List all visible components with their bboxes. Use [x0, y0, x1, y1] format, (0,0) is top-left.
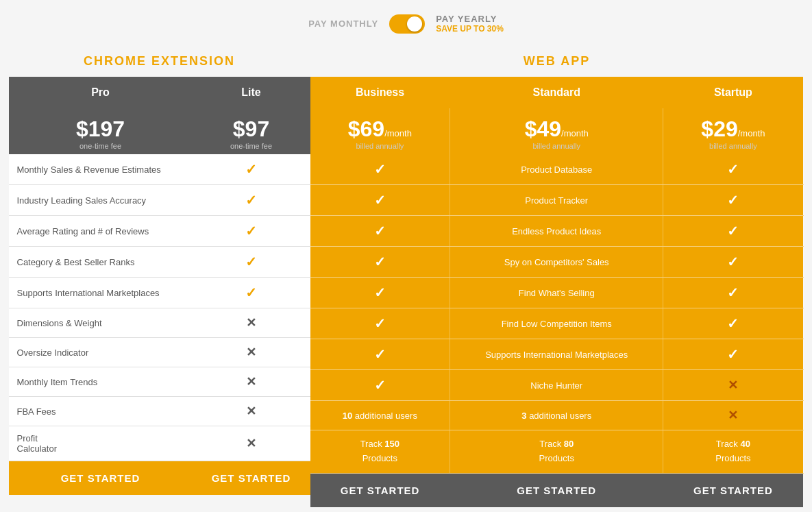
- feature-value: ✓: [193, 185, 310, 216]
- feature-check: ✓: [310, 278, 450, 308]
- table-row: Category & Best Seller Ranks ✓: [9, 247, 310, 278]
- feature-value: ✓: [193, 216, 310, 247]
- feature-check: ✓: [310, 308, 450, 339]
- startup-track: Track 40Products: [663, 430, 803, 474]
- business-users: 10 additional users: [310, 401, 450, 430]
- feature-check: ✓: [663, 185, 803, 216]
- toggle-thumb: [407, 16, 422, 32]
- standard-get-started-button[interactable]: GET STARTED: [450, 474, 663, 507]
- startup-users: ✕: [663, 401, 803, 430]
- feature-check: ✓: [663, 216, 803, 247]
- business-btn-cell: GET STARTED: [310, 473, 450, 507]
- feature-check: ✓: [663, 308, 803, 339]
- feature-check: ✓: [310, 339, 450, 370]
- webapp-business-header: Business: [310, 77, 450, 108]
- feature-label: ProfitCalculator: [9, 426, 193, 461]
- webapp-standard-price-cell: $49/month billed annually: [450, 108, 663, 154]
- table-row: Monthly Sales & Revenue Estimates ✓: [9, 154, 310, 185]
- webapp-startup-header: Startup: [663, 77, 803, 108]
- table-row: Industry Leading Sales Accuracy ✓: [9, 185, 310, 216]
- table-row: Average Rating and # of Reviews ✓: [9, 216, 310, 247]
- webapp-button-row: GET STARTED GET STARTED GET STARTED: [310, 473, 804, 507]
- feature-value: ✓: [193, 154, 310, 185]
- webapp-startup-price-cell: $29/month billed annually: [663, 108, 803, 154]
- feature-label: Monthly Sales & Revenue Estimates: [9, 154, 193, 185]
- table-row: ✓ Endless Product Ideas ✓: [310, 216, 804, 247]
- webapp-section-title: WEB APP: [310, 54, 804, 69]
- chrome-pro-get-started-button[interactable]: GET STARTED: [9, 461, 193, 495]
- additional-users-row: 10 additional users 3 additional users ✕: [310, 401, 804, 430]
- chrome-lite-btn-cell: GET STARTED: [193, 461, 310, 496]
- feature-value: ✕: [193, 397, 310, 426]
- feature-label: Find Low Competition Items: [450, 308, 663, 339]
- feature-label: Monthly Item Trends: [9, 367, 193, 397]
- feature-check: ✓: [310, 154, 450, 185]
- chrome-table: Pro Lite $197 one-time fee $97: [9, 77, 310, 495]
- feature-value: ✓: [193, 247, 310, 278]
- feature-label: Product Tracker: [450, 185, 663, 216]
- feature-label: Oversize Indicator: [9, 338, 193, 367]
- feature-label: Supports International Marketplaces: [450, 339, 663, 370]
- billing-toggle-section: PAY MONTHLY PAY YEARLY SAVE UP TO 30%: [308, 14, 504, 34]
- feature-label: Category & Best Seller Ranks: [9, 247, 193, 278]
- feature-label: Spy on Competitors' Sales: [450, 247, 663, 278]
- feature-value: ✓: [193, 278, 310, 308]
- feature-check: ✓: [663, 339, 803, 370]
- webapp-price-row: $69/month billed annually $49/month bill…: [310, 108, 804, 154]
- pay-yearly-label: PAY YEARLY: [436, 14, 504, 24]
- table-row: Oversize Indicator ✕: [9, 338, 310, 367]
- feature-label: Average Rating and # of Reviews: [9, 216, 193, 247]
- standard-track: Track 80Products: [450, 430, 663, 474]
- feature-check: ✓: [663, 247, 803, 278]
- table-row: Monthly Item Trends ✕: [9, 367, 310, 397]
- table-row: ✓ Niche Hunter ✕: [310, 370, 804, 401]
- chrome-pro-price: $197 one-time fee: [14, 117, 187, 150]
- feature-check: ✓: [663, 154, 803, 185]
- table-row: ✓ Supports International Marketplaces ✓: [310, 339, 804, 370]
- chrome-section-title: CHROME EXTENSION: [9, 54, 310, 69]
- feature-label: Find What's Selling: [450, 278, 663, 308]
- webapp-business-price-cell: $69/month billed annually: [310, 108, 450, 154]
- feature-value: ✕: [193, 308, 310, 338]
- pay-monthly-label: PAY MONTHLY: [308, 19, 378, 29]
- chrome-price-row: $197 one-time fee $97 one-time fee: [9, 108, 310, 154]
- feature-check: ✓: [310, 216, 450, 247]
- feature-label: Supports International Marketplaces: [9, 278, 193, 308]
- pricing-wrapper: CHROME EXTENSION Pro Lite $197 one-time …: [9, 54, 804, 507]
- table-row: Dimensions & Weight ✕: [9, 308, 310, 338]
- feature-check: ✓: [663, 278, 803, 308]
- feature-label: Industry Leading Sales Accuracy: [9, 185, 193, 216]
- feature-check: ✓: [310, 370, 450, 401]
- feature-label: Dimensions & Weight: [9, 308, 193, 338]
- save-label: SAVE UP TO 30%: [436, 24, 504, 34]
- business-track: Track 150Products: [310, 430, 450, 474]
- pay-yearly-container: PAY YEARLY SAVE UP TO 30%: [436, 14, 504, 34]
- table-row: ProfitCalculator ✕: [9, 426, 310, 461]
- chrome-lite-get-started-button[interactable]: GET STARTED: [193, 461, 310, 495]
- feature-value: ✕: [193, 426, 310, 461]
- feature-value: ✕: [193, 338, 310, 367]
- feature-label: Niche Hunter: [450, 370, 663, 401]
- feature-label: FBA Fees: [9, 397, 193, 426]
- startup-get-started-button[interactable]: GET STARTED: [663, 474, 803, 507]
- table-row: ✓ Product Tracker ✓: [310, 185, 804, 216]
- startup-btn-cell: GET STARTED: [663, 473, 803, 507]
- chrome-lite-price-cell: $97 one-time fee: [193, 108, 310, 154]
- feature-label: Product Database: [450, 154, 663, 185]
- business-get-started-button[interactable]: GET STARTED: [310, 474, 450, 507]
- chrome-pro-header: Pro: [9, 77, 193, 108]
- feature-check: ✓: [310, 185, 450, 216]
- table-row: Supports International Marketplaces ✓: [9, 278, 310, 308]
- webapp-header-row: Business Standard Startup: [310, 77, 804, 108]
- table-row: ✓ Spy on Competitors' Sales ✓: [310, 247, 804, 278]
- chrome-header-row: Pro Lite: [9, 77, 310, 108]
- standard-users: 3 additional users: [450, 401, 663, 430]
- feature-check: ✓: [310, 247, 450, 278]
- standard-btn-cell: GET STARTED: [450, 473, 663, 507]
- billing-toggle[interactable]: [389, 14, 425, 34]
- chrome-lite-price: $97 one-time fee: [198, 117, 305, 150]
- table-row: ✓ Product Database ✓: [310, 154, 804, 185]
- chrome-lite-header: Lite: [193, 77, 310, 108]
- chrome-button-row: GET STARTED GET STARTED: [9, 461, 310, 496]
- feature-label: Endless Product Ideas: [450, 216, 663, 247]
